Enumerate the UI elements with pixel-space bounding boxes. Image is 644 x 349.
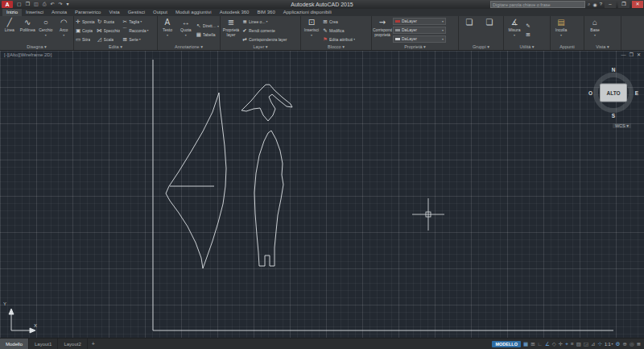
misura-button[interactable]: ∡Misura▾	[505, 17, 524, 44]
object-snap-tracking-icon[interactable]: ✛	[559, 339, 563, 349]
drawing-window-minimize-icon[interactable]: —	[621, 52, 626, 58]
ribbon-tab-output[interactable]: Output	[149, 9, 171, 16]
panel-title-annotazione[interactable]: Annotazione ▾	[158, 44, 220, 50]
ribbon-tab-bim-360[interactable]: BIM 360	[253, 9, 279, 16]
panel-title-layer[interactable]: Layer ▾	[221, 44, 300, 50]
panel-title-appunti[interactable]: Appunti	[551, 44, 584, 50]
edita-attributi-button[interactable]: ⚑Edita attributi▾	[322, 35, 355, 44]
rendi-corrente-button[interactable]: ✔Rendi corrente	[242, 26, 287, 35]
direttrice-button[interactable]: ↖Direttrice▾	[196, 22, 219, 31]
quick-access-dropdown-icon[interactable]: ▾	[65, 1, 71, 8]
linea-button[interactable]: ╱Linea	[1, 17, 19, 44]
ortho-icon[interactable]: ∟	[538, 339, 543, 349]
layout-tab-modello[interactable]: Modello	[0, 339, 29, 349]
incolla-button[interactable]: ▤Incolla▾	[551, 17, 571, 44]
isolate-objects-icon[interactable]: ◎	[630, 339, 634, 349]
ribbon-tab-inserisci[interactable]: Inserisci	[22, 9, 47, 16]
polilinea-button[interactable]: ∿Polilinea	[19, 17, 37, 44]
lineweight-icon[interactable]: ≡	[571, 339, 574, 349]
isodraft-icon[interactable]: ◇	[552, 339, 556, 349]
modifica-button[interactable]: ✎Modifica	[322, 26, 355, 35]
customize-icon[interactable]: ≣	[637, 339, 641, 349]
viewport-label[interactable]: [-][Alto][Wireframe 2D]	[4, 52, 52, 57]
cerchio-button[interactable]: ○Cerchio▾	[37, 17, 55, 44]
quota-button[interactable]: ↔Quota▾	[177, 17, 195, 44]
specchio-button[interactable]: ⋈Specchio	[97, 26, 121, 35]
viewcube[interactable]: N E S O ALTO	[588, 67, 639, 118]
new-layout-button[interactable]: +	[88, 339, 99, 349]
maximize-button[interactable]: ❐	[618, 1, 630, 8]
ribbon-tab-parametrico[interactable]: Parametrico	[71, 9, 105, 16]
viewcube-north[interactable]: N	[612, 67, 616, 73]
raccorda-button[interactable]: ⌒Raccorda▾	[122, 26, 148, 35]
drawing-window-restore-icon[interactable]: ❐	[630, 52, 634, 58]
corrispondenza-propriet-button[interactable]: ⇝Corrispondenza proprietà	[373, 17, 392, 44]
transparency-icon[interactable]: ▨	[576, 339, 581, 349]
inserisci-button[interactable]: ⊡Inserisci▾	[302, 17, 321, 44]
open-file-icon[interactable]: ❒	[24, 1, 31, 8]
tabella-button[interactable]: ▦Tabella	[196, 31, 219, 39]
property-dropdown-0[interactable]: DaLayer▾	[393, 18, 446, 25]
ruota-button[interactable]: ↻Ruota	[97, 17, 121, 26]
propriet-layer-button[interactable]: ≣Proprietà layer	[221, 17, 241, 44]
arco-button[interactable]: ◠Arco▾	[56, 17, 73, 44]
save-icon[interactable]: ◫	[32, 1, 40, 8]
taglia-button[interactable]: ✂Taglia▾	[122, 17, 148, 26]
group-icon-button[interactable]: ❏	[460, 17, 479, 44]
pick-icon-button[interactable]: ✎	[525, 22, 531, 31]
viewcube-east[interactable]: E	[635, 90, 638, 96]
scala-button[interactable]: ◿Scala	[97, 35, 121, 44]
ribbon-tab-vista[interactable]: Vista	[105, 9, 123, 16]
crea-button[interactable]: ⊞Crea	[322, 17, 355, 26]
dynamic-ucs-icon[interactable]: ⊿	[591, 339, 595, 349]
minimize-button[interactable]: –	[605, 1, 616, 8]
polar-tracking-icon[interactable]: ∠	[545, 339, 550, 349]
panel-title-disegna[interactable]: Disegna ▾	[0, 44, 73, 50]
panel-title-blocco[interactable]: Blocco ▾	[301, 44, 371, 50]
undo-icon[interactable]: ↶	[49, 1, 56, 8]
new-file-icon[interactable]: ▢	[15, 1, 23, 8]
ribbon-tab-gestisci[interactable]: Gestisci	[124, 9, 149, 16]
layout-tab-layout1[interactable]: Layout1	[29, 339, 58, 349]
viewcube-south[interactable]: S	[612, 113, 615, 118]
ribbon-tab-autodesk-360[interactable]: Autodesk 360	[216, 9, 254, 16]
corrispondenza-layer-button[interactable]: ⇄Corrispondenza layer	[242, 35, 287, 44]
serie-button[interactable]: ⊞Serie▾	[122, 35, 148, 44]
sposta-button[interactable]: ✛Sposta	[75, 17, 95, 26]
plot-icon[interactable]: ⎙	[41, 1, 48, 8]
panel-title-propriet[interactable]: Proprietà ▾	[372, 44, 458, 50]
annotation-scale-dropdown[interactable]: 1:1 ▾	[605, 342, 613, 347]
viewcube-top-face[interactable]: ALTO	[600, 84, 627, 102]
property-dropdown-2[interactable]: DaLayer▾	[393, 35, 446, 43]
base-button[interactable]: ⌂Base▾	[585, 17, 605, 44]
ribbon-tab-moduli-aggiuntivi[interactable]: Moduli aggiuntivi	[171, 9, 216, 16]
property-dropdown-1[interactable]: DaLayer▾	[393, 27, 446, 34]
wcs-dropdown[interactable]: WCS ▾	[613, 123, 631, 128]
signin-icon[interactable]: ◉	[592, 2, 597, 7]
grid-icon[interactable]: ▦	[523, 339, 528, 349]
linee-o-button[interactable]: ≣Linee o...▾	[242, 17, 287, 26]
drawing-area[interactable]: [-][Alto][Wireframe 2D] — ❐ ✕ N E S O AL…	[0, 51, 644, 338]
help-icon[interactable]: ?	[600, 2, 602, 7]
viewcube-west[interactable]: O	[588, 90, 592, 96]
selection-cycling-icon[interactable]: ◲	[584, 339, 588, 349]
panel-title-utilit[interactable]: Utilità ▾	[504, 44, 550, 50]
drawing-window-close-icon[interactable]: ✕	[637, 52, 641, 58]
snap-icon[interactable]: ⊞	[530, 339, 535, 349]
dynamic-input-icon[interactable]: ⊹	[597, 339, 601, 349]
stira-button[interactable]: ▭Stira	[75, 35, 95, 44]
ribbon-tab-applicazioni-disponibili[interactable]: Applicazioni disponibili	[279, 9, 336, 16]
panel-title-vista[interactable]: Vista ▾	[584, 44, 621, 50]
ribbon-tab-inizio[interactable]: Inizio	[2, 9, 22, 16]
close-button[interactable]: ✕	[632, 1, 643, 8]
search-icon[interactable]: ⌕	[588, 2, 590, 7]
count-icon-button[interactable]: ⊞	[525, 31, 531, 39]
ungroup-icon-button[interactable]: ❏	[480, 17, 499, 44]
testo-button[interactable]: ATesto▾	[159, 17, 176, 44]
search-input[interactable]	[490, 1, 585, 8]
model-space-button[interactable]: MODELLO	[492, 341, 521, 347]
copia-button[interactable]: ▣Copia	[75, 26, 95, 35]
redo-icon[interactable]: ↷	[57, 1, 64, 8]
workspace-gear-icon[interactable]: ⚙	[616, 339, 621, 349]
panel-title-edita[interactable]: Edita ▾	[74, 44, 157, 50]
